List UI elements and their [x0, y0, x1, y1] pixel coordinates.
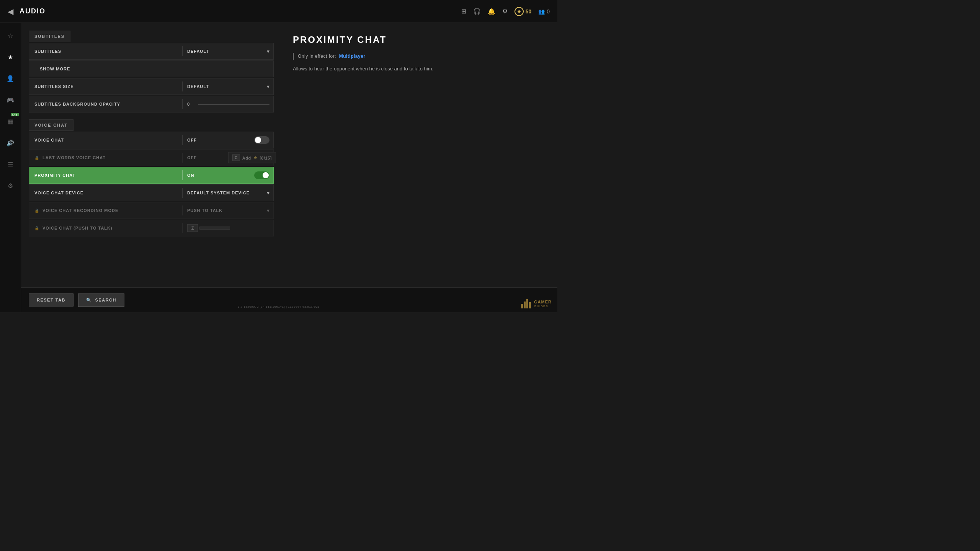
recording-mode-arrow: ▾ [267, 207, 270, 214]
bar1 [521, 304, 523, 308]
sidebar-item-person[interactable]: 👤 [3, 72, 17, 85]
detail-subtitle-prefix: Only in effect for: [298, 54, 336, 59]
tab-icon: ▦ [8, 118, 13, 125]
currency-amount: 50 [526, 8, 532, 15]
subtitles-section: SUBTITLES SUBTITLES DEFAULT ▾ SHOW MORE … [29, 31, 274, 112]
currency-icon: ◈ [514, 7, 524, 16]
subtitles-opacity-divider [182, 99, 183, 109]
add-popup-key: C [232, 155, 240, 161]
voice-chat-section-header: VOICE CHAT [29, 119, 74, 131]
person-icon: 👤 [7, 75, 14, 82]
detail-subtitle-link[interactable]: Multiplayer [339, 54, 366, 59]
sidebar-item-network[interactable]: ⚙ [3, 179, 17, 192]
detail-description: Allows to hear the opponent when he is c… [293, 65, 484, 73]
subtitles-dropdown-arrow: ▾ [267, 48, 270, 54]
recording-mode-row[interactable]: 🔒 VOICE CHAT RECORDING MODE PUSH TO TALK… [29, 202, 274, 219]
search-label: SEARCH [95, 298, 116, 302]
voice-chat-toggle[interactable] [254, 136, 270, 144]
sidebar-item-star[interactable]: ★ [3, 50, 17, 64]
subtitles-control[interactable]: ▾ [267, 48, 270, 54]
back-button[interactable]: ◀ [8, 7, 13, 16]
recording-mode-divider [182, 205, 183, 215]
topbar-right: ⊞ 🎧 🔔 ⚙ ◈ 50 👥 0 [461, 7, 550, 16]
bottom-bar: RESET TAB 🔍 SEARCH [21, 287, 557, 312]
sidebar-item-controller[interactable]: 🎮 [3, 93, 17, 107]
bar4 [529, 302, 531, 308]
subtitles-opacity-slider-container[interactable]: 0 [187, 102, 273, 106]
voice-chat-device-label: VOICE CHAT DEVICE [29, 191, 182, 195]
show-more-row[interactable]: SHOW MORE [29, 60, 274, 77]
headphones-icon[interactable]: 🎧 [473, 8, 481, 15]
add-popup-star: ★ [253, 155, 258, 160]
subtitles-row[interactable]: SUBTITLES DEFAULT ▾ [29, 43, 274, 60]
currency-display: ◈ 50 [514, 7, 532, 16]
watermark-bars [521, 299, 531, 308]
bar3 [526, 299, 528, 308]
last-words-row[interactable]: 🔒 LAST WORDS VOICE CHAT OFF C Add ★ [8/1… [29, 149, 274, 166]
home-icon: ☆ [8, 32, 13, 39]
settings-panel: SUBTITLES SUBTITLES DEFAULT ▾ SHOW MORE … [21, 23, 281, 312]
search-button[interactable]: 🔍 SEARCH [78, 293, 124, 307]
voice-chat-toggle-knob [255, 137, 261, 143]
topbar: ◀ AUDIO ⊞ 🎧 🔔 ⚙ ◈ 50 👥 0 [0, 0, 557, 23]
detail-panel: PROXIMITY CHAT Only in effect for: Multi… [281, 23, 557, 312]
proximity-chat-row[interactable]: PROXIMITY CHAT ON [29, 167, 274, 184]
voice-chat-device-divider [182, 188, 183, 198]
show-more-label: SHOW MORE [29, 67, 182, 71]
players-display: 👥 0 [538, 8, 550, 15]
subtitles-size-control[interactable]: ▾ [267, 83, 270, 90]
subtitles-opacity-track[interactable] [198, 104, 270, 105]
proximity-chat-label: PROXIMITY CHAT [29, 173, 182, 178]
players-count: 0 [547, 8, 550, 15]
add-popup: C Add ★ [8/15] [228, 152, 276, 163]
push-to-talk-lock-icon: 🔒 [34, 226, 39, 230]
list-icon: ☰ [8, 161, 13, 168]
settings-icon[interactable]: ⚙ [502, 8, 508, 15]
sidebar-item-tab[interactable]: ▦ TAB [3, 114, 17, 128]
voice-chat-control[interactable] [254, 136, 270, 144]
voice-chat-divider [182, 135, 183, 145]
grid-icon[interactable]: ⊞ [461, 8, 466, 15]
subtitles-opacity-row[interactable]: SUBTITLES BACKGROUND OPACITY 0 [29, 96, 274, 112]
sidebar-item-list[interactable]: ☰ [3, 157, 17, 171]
audio-icon: 🔊 [7, 139, 14, 147]
proximity-chat-control[interactable] [254, 171, 270, 179]
subtitles-label: SUBTITLES [29, 49, 182, 54]
recording-mode-value: PUSH TO TALK [187, 208, 267, 213]
voice-chat-device-row[interactable]: VOICE CHAT DEVICE DEFAULT SYSTEM DEVICE … [29, 184, 274, 201]
voice-chat-section: VOICE CHAT VOICE CHAT OFF 🔒 LAST WORDS V… [29, 119, 274, 236]
last-words-label: 🔒 LAST WORDS VOICE CHAT [29, 155, 182, 160]
push-to-talk-key1: Z [187, 224, 198, 232]
subtitles-section-header: SUBTITLES [29, 31, 70, 42]
watermark-line1: GAMER [534, 300, 552, 305]
push-to-talk-row[interactable]: 🔒 VOICE CHAT (PUSH TO TALK) Z [29, 220, 274, 236]
page-title: AUDIO [20, 7, 46, 15]
bell-icon[interactable]: 🔔 [488, 8, 495, 15]
voice-chat-device-control[interactable]: ▾ [267, 190, 270, 196]
subtitles-size-divider [182, 82, 183, 91]
star-icon: ★ [8, 54, 13, 61]
subtitles-size-value: DEFAULT [187, 84, 267, 89]
subtitles-size-row[interactable]: SUBTITLES SIZE DEFAULT ▾ [29, 78, 274, 95]
bar2 [524, 302, 526, 308]
subtitles-size-arrow: ▾ [267, 83, 270, 90]
sidebar-item-home[interactable]: ☆ [3, 29, 17, 42]
detail-subtitle-text: Only in effect for: Multiplayer [298, 54, 366, 59]
voice-chat-device-value: DEFAULT SYSTEM DEVICE [187, 191, 267, 195]
voice-chat-label: VOICE CHAT [29, 138, 182, 142]
add-popup-text: Add [242, 155, 251, 160]
subtitles-opacity-label: SUBTITLES BACKGROUND OPACITY [29, 102, 182, 106]
recording-mode-control: ▾ [267, 207, 270, 214]
proximity-chat-toggle[interactable] [254, 171, 270, 179]
voice-chat-row[interactable]: VOICE CHAT OFF [29, 132, 274, 148]
recording-mode-label: 🔒 VOICE CHAT RECORDING MODE [29, 208, 182, 213]
players-icon: 👥 [538, 8, 545, 15]
recording-mode-lock-icon: 🔒 [34, 209, 39, 213]
tab-badge-label: TAB [11, 113, 19, 116]
detail-subtitle-bar [293, 53, 294, 60]
subtitles-opacity-value: 0 [187, 102, 195, 106]
proximity-chat-toggle-knob [263, 172, 269, 178]
subtitles-size-label: SUBTITLES SIZE [29, 84, 182, 89]
reset-tab-button[interactable]: RESET TAB [29, 293, 74, 306]
sidebar-item-audio[interactable]: 🔊 [3, 136, 17, 150]
